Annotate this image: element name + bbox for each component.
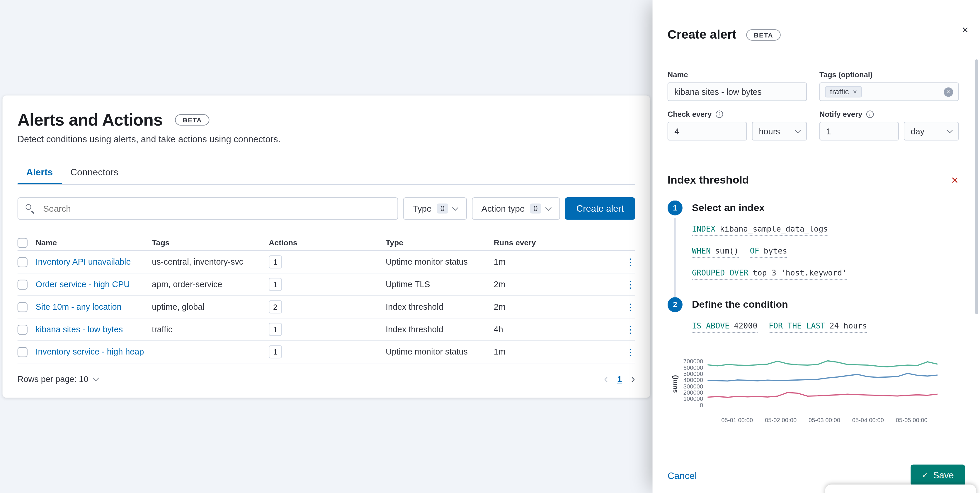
check-every-unit-select[interactable]: hours [752, 122, 807, 141]
tag-pill[interactable]: traffic ✕ [825, 86, 862, 97]
save-button[interactable]: ✓ Save [910, 464, 965, 486]
row-checkbox[interactable] [18, 324, 27, 334]
table-row: kibana sites - low bytes traffic 1 Index… [18, 319, 635, 341]
flyout-beta-badge: BETA [746, 29, 781, 40]
alert-name-link[interactable]: Site 10m - any location [36, 302, 122, 311]
check-every-unit-value: hours [759, 127, 780, 136]
actions-count-badge: 2 [269, 300, 282, 314]
header-type: Type [386, 238, 494, 247]
alert-runs-every: 1m [494, 347, 620, 357]
row-actions-kebab-icon[interactable]: ⋮ [626, 302, 635, 311]
alert-runs-every: 2m [494, 280, 620, 289]
type-filter-count-badge: 0 [437, 203, 449, 213]
notify-every-input[interactable] [819, 122, 899, 141]
step-number-badge: 1 [668, 201, 682, 216]
tags-label: Tags (optional) [819, 71, 959, 79]
row-checkbox[interactable] [18, 257, 27, 267]
chart-x-tick-label: 05-01 00:00 [721, 417, 753, 423]
action-type-filter-button[interactable]: Action type 0 [472, 197, 560, 220]
time-window-expression[interactable]: FOR THE LAST24 hours [769, 321, 867, 333]
expression-keyword: IS ABOVE [692, 321, 729, 330]
create-alert-button[interactable]: Create alert [565, 197, 635, 220]
actions-count-badge: 1 [269, 323, 282, 336]
table-header-row: Name Tags Actions Type Runs every [18, 235, 635, 251]
alert-name-link[interactable]: Inventory service - high heap [36, 347, 144, 357]
next-page-button[interactable]: › [631, 373, 635, 384]
type-filter-button[interactable]: Type 0 [403, 197, 467, 220]
tabs: Alerts Connectors [18, 164, 635, 185]
alert-runs-every: 1m [494, 257, 620, 267]
alert-type-cell: Uptime monitor status [386, 347, 494, 357]
chart-y-tick-label: 200000 [679, 390, 703, 396]
info-icon[interactable]: i [866, 110, 873, 118]
alert-form: Name Tags (optional) traffic ✕ ✕ [668, 71, 959, 141]
page-title: Alerts and Actions [18, 110, 163, 129]
beta-badge: BETA [175, 114, 209, 125]
step-connector-line [675, 218, 676, 297]
of-expression[interactable]: OFbytes [750, 246, 787, 258]
row-actions-kebab-icon[interactable]: ⋮ [626, 257, 635, 267]
type-filter-label: Type [413, 203, 432, 213]
remove-tag-icon[interactable]: ✕ [853, 89, 857, 95]
actions-count-badge: 1 [269, 278, 282, 291]
alert-name-input[interactable] [668, 82, 807, 101]
check-every-input[interactable] [668, 122, 747, 141]
info-icon[interactable]: i [715, 110, 723, 118]
bottom-panel-edge [825, 485, 976, 493]
chart-lines [708, 358, 937, 410]
alert-type-steps: 1 Select an index INDEXkibana_sample_dat… [668, 202, 959, 423]
notify-every-unit-value: day [911, 127, 924, 136]
select-all-checkbox[interactable] [18, 238, 27, 247]
check-every-label: Check every i [668, 110, 807, 119]
step-define-the-condition: 2 Define the condition IS ABOVE42000 FOR… [668, 298, 959, 423]
action-type-filter-label: Action type [482, 203, 525, 213]
table-footer: Rows per page: 10 ‹ 1 › [18, 373, 635, 384]
row-actions-kebab-icon[interactable]: ⋮ [626, 347, 635, 357]
expression-keyword: FOR THE LAST [769, 321, 825, 330]
chart-x-tick-label: 05-04 00:00 [852, 417, 884, 423]
prev-page-button[interactable]: ‹ [604, 373, 608, 384]
index-expression[interactable]: INDEXkibana_sample_data_logs [692, 224, 828, 236]
row-actions-kebab-icon[interactable]: ⋮ [626, 325, 635, 334]
chart-y-tick-label: 100000 [679, 396, 703, 402]
step-content: IS ABOVE42000 FOR THE LAST24 hours sum() [692, 321, 959, 423]
grouped-over-expression[interactable]: GROUPED OVERtop 3 'host.keyword' [692, 268, 847, 280]
row-actions-kebab-icon[interactable]: ⋮ [626, 280, 635, 289]
chart-y-axis-label: sum() [671, 375, 678, 393]
page-number-button[interactable]: 1 [617, 374, 622, 384]
flyout-scrollbar[interactable] [975, 59, 978, 314]
actions-count-badge: 1 [269, 345, 282, 358]
chart-x-ticks: 05-01 00:00 05-02 00:00 05-03 00:00 05-0… [708, 417, 937, 423]
tab-alerts[interactable]: Alerts [18, 164, 62, 184]
chart-y-tick-label: 600000 [679, 365, 703, 371]
chevron-down-icon [795, 127, 801, 133]
alert-name-link[interactable]: kibana sites - low bytes [36, 325, 123, 334]
alert-type-cell: Uptime TLS [386, 280, 494, 289]
alert-name-link[interactable]: Order service - high CPU [36, 280, 130, 289]
search-input[interactable] [18, 197, 398, 220]
remove-alert-type-icon[interactable]: ✕ [951, 174, 959, 185]
row-checkbox[interactable] [18, 347, 27, 357]
notify-every-unit-select[interactable]: day [904, 122, 959, 141]
header-actions: Actions [269, 238, 386, 247]
flyout-body: Name Tags (optional) traffic ✕ ✕ [653, 71, 980, 423]
tab-connectors[interactable]: Connectors [62, 164, 127, 184]
close-icon[interactable]: ✕ [961, 25, 969, 35]
app-root: Alerts and Actions BETA Detect condition… [0, 0, 980, 493]
clear-tags-icon[interactable]: ✕ [943, 87, 953, 97]
chart-y-tick-label: 300000 [679, 383, 703, 389]
when-expression[interactable]: WHENsum() [692, 246, 738, 258]
chart-x-tick-label: 05-02 00:00 [765, 417, 797, 423]
alert-type-cell: Index threshold [386, 325, 494, 334]
rows-per-page-button[interactable]: Rows per page: 10 [18, 374, 99, 384]
row-checkbox[interactable] [18, 302, 27, 312]
notify-every-label-text: Notify every [819, 110, 862, 119]
threshold-expression[interactable]: IS ABOVE42000 [692, 321, 757, 333]
cancel-button[interactable]: Cancel [668, 470, 697, 480]
row-checkbox[interactable] [18, 279, 27, 289]
chart-y-tick-label: 0 [679, 402, 703, 408]
tags-combobox[interactable]: traffic ✕ ✕ [819, 82, 959, 101]
step-number-badge: 2 [668, 297, 682, 312]
chevron-down-icon [546, 204, 552, 211]
alert-name-link[interactable]: Inventory API unavailable [36, 257, 131, 267]
